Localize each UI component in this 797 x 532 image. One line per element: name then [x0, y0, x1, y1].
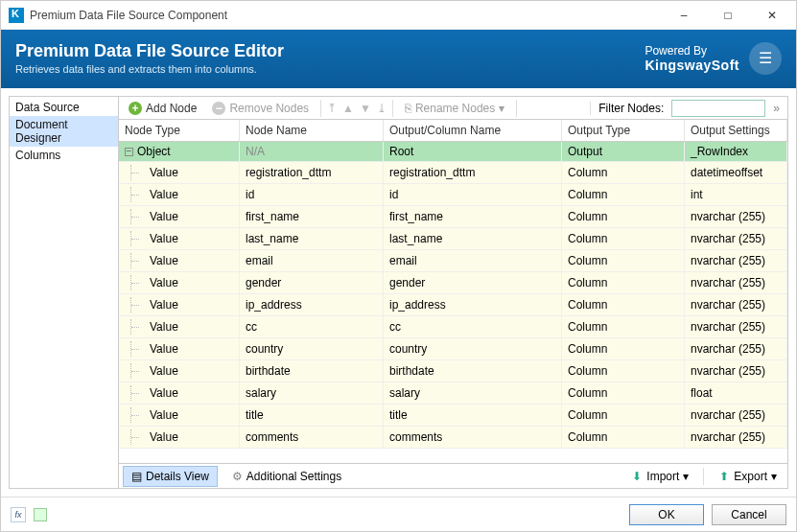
output-type: Column: [562, 272, 685, 293]
output-settings: int: [685, 184, 787, 205]
rename-icon: ⎘: [405, 102, 411, 115]
output-type: Output: [562, 142, 685, 161]
collapse-icon[interactable]: [125, 148, 133, 156]
gear-icon: ⚙: [232, 470, 243, 483]
tree-branch-icon: [130, 385, 150, 401]
output-column-name: birthdate: [384, 360, 562, 382]
details-icon: ▤: [131, 470, 142, 483]
tree-branch-icon: [130, 165, 150, 180]
col-node-name[interactable]: Node Name: [240, 120, 384, 141]
table-row[interactable]: ValuegendergenderColumnnvarchar (255): [119, 272, 787, 294]
dropdown-caret-icon: ▾: [499, 102, 504, 115]
tree-branch-icon: [130, 363, 150, 379]
node-type: Value: [150, 276, 178, 289]
document-icon[interactable]: [34, 508, 47, 521]
grid-header: Node Type Node Name Output/Column Name O…: [119, 120, 787, 142]
node-type: Object: [137, 145, 171, 158]
output-column-name: registration_dttm: [384, 162, 562, 183]
node-name: last_name: [240, 228, 384, 249]
table-row[interactable]: ValuetitletitleColumnnvarchar (255): [119, 405, 787, 427]
output-column-name: email: [384, 250, 562, 271]
tree-branch-icon: [130, 429, 150, 445]
col-output-type[interactable]: Output Type: [562, 120, 685, 141]
table-row[interactable]: Valueip_addressip_addressColumnnvarchar …: [119, 294, 787, 316]
col-output-settings[interactable]: Output Settings: [685, 120, 787, 141]
rename-nodes-button[interactable]: ⎘Rename Nodes ▾: [399, 100, 510, 117]
table-row[interactable]: ValuecommentscommentsColumnnvarchar (255…: [119, 427, 787, 449]
filter-input[interactable]: [671, 100, 765, 117]
node-name: email: [240, 250, 384, 271]
node-name: title: [240, 405, 384, 426]
fx-icon[interactable]: fx: [11, 507, 26, 522]
export-button[interactable]: ⬆Export ▾: [712, 467, 784, 486]
separator: [320, 100, 321, 117]
sidebar-item-columns[interactable]: Columns: [10, 147, 118, 164]
node-name: cc: [240, 316, 384, 337]
tab-additional-settings[interactable]: ⚙Additional Settings: [223, 466, 350, 487]
dropdown-caret-icon: ▾: [683, 470, 689, 483]
node-type: Value: [150, 386, 178, 400]
ok-button[interactable]: OK: [629, 504, 704, 525]
minus-icon: −: [212, 102, 225, 115]
output-settings: nvarchar (255): [685, 206, 787, 227]
sidebar: Data SourceDocument DesignerColumns: [10, 97, 119, 488]
node-name: N/A: [240, 142, 384, 161]
output-column-name: last_name: [384, 228, 562, 249]
output-settings: nvarchar (255): [685, 294, 787, 315]
tree-branch-icon: [130, 297, 150, 312]
output-settings: _RowIndex: [685, 142, 787, 161]
import-button[interactable]: ⬇Import ▾: [624, 467, 695, 486]
table-row[interactable]: Valuefirst_namefirst_nameColumnnvarchar …: [119, 206, 787, 228]
node-name: ip_address: [240, 294, 384, 315]
separator: [703, 468, 704, 485]
close-button[interactable]: ✕: [750, 1, 794, 30]
move-down-icon[interactable]: ▼: [360, 102, 371, 115]
add-node-button[interactable]: +Add Node: [123, 100, 202, 117]
output-column-name: id: [384, 184, 562, 205]
dropdown-caret-icon: ▾: [771, 470, 777, 483]
output-column-name: first_name: [384, 206, 562, 227]
col-node-type[interactable]: Node Type: [119, 120, 240, 141]
node-type: Value: [150, 364, 178, 378]
window-title: Premium Data File Source Component: [30, 9, 662, 22]
expand-filter-icon[interactable]: »: [769, 102, 784, 115]
output-settings: nvarchar (255): [685, 228, 787, 249]
bottom-bar: ▤Details View ⚙Additional Settings ⬇Impo…: [119, 463, 787, 488]
table-row[interactable]: ValuebirthdatebirthdateColumnnvarchar (2…: [119, 360, 787, 382]
output-type: Column: [562, 382, 685, 404]
output-type: Column: [562, 184, 685, 205]
node-name: id: [240, 184, 384, 205]
col-output-column[interactable]: Output/Column Name: [384, 120, 562, 141]
sidebar-item-data-source[interactable]: Data Source: [10, 99, 118, 116]
table-row[interactable]: ValueididColumnint: [119, 184, 787, 206]
move-bottom-icon[interactable]: ⤓: [377, 102, 387, 115]
output-column-name: title: [384, 405, 562, 426]
move-arrows: ⤒ ▲ ▼ ⤓: [327, 102, 387, 115]
minimize-button[interactable]: –: [662, 1, 706, 30]
table-row[interactable]: ValueccccColumnnvarchar (255): [119, 316, 787, 338]
node-type: Value: [150, 166, 178, 179]
table-row[interactable]: ObjectN/ARootOutput_RowIndex: [119, 142, 787, 162]
output-type: Column: [562, 250, 685, 271]
table-row[interactable]: ValueemailemailColumnnvarchar (255): [119, 250, 787, 272]
node-type: Value: [150, 408, 178, 422]
table-row[interactable]: ValuesalarysalaryColumnfloat: [119, 382, 787, 405]
table-row[interactable]: Valuelast_namelast_nameColumnnvarchar (2…: [119, 228, 787, 250]
output-settings: nvarchar (255): [685, 360, 787, 382]
node-type: Value: [150, 430, 178, 444]
output-type: Column: [562, 360, 685, 382]
table-row[interactable]: Valueregistration_dttmregistration_dttmC…: [119, 162, 787, 184]
move-up-icon[interactable]: ▲: [342, 102, 354, 115]
output-settings: nvarchar (255): [685, 427, 787, 448]
sidebar-item-document-designer[interactable]: Document Designer: [10, 116, 118, 147]
brand-name: KingswaySoft: [645, 58, 739, 73]
remove-nodes-button[interactable]: −Remove Nodes: [206, 100, 315, 117]
coins-icon: ☰: [749, 42, 782, 75]
table-row[interactable]: ValuecountrycountryColumnnvarchar (255): [119, 338, 787, 360]
node-type: Value: [150, 342, 178, 356]
move-top-icon[interactable]: ⤒: [327, 102, 337, 115]
tab-details-view[interactable]: ▤Details View: [123, 466, 218, 487]
maximize-button[interactable]: □: [706, 1, 750, 30]
cancel-button[interactable]: Cancel: [712, 504, 786, 525]
tree-branch-icon: [130, 319, 150, 335]
